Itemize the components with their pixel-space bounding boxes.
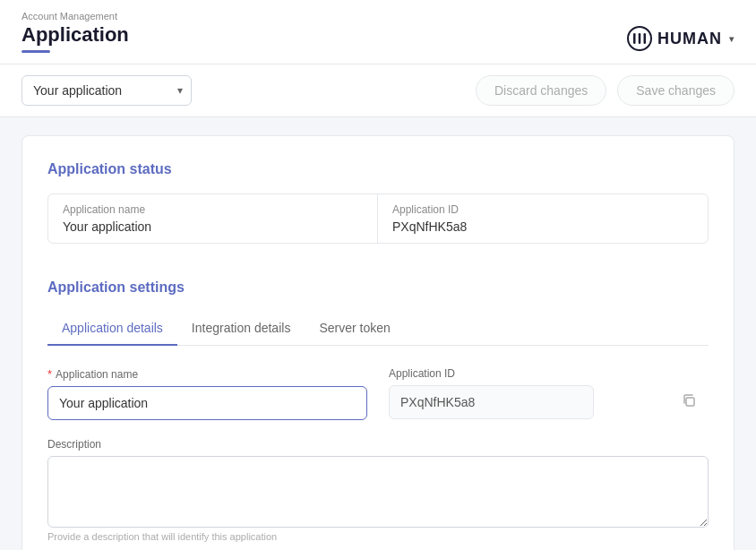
form-group-app-id: Application ID [389,367,709,420]
section-divider [47,262,709,279]
form-group-app-name: * Application name [47,367,367,420]
discard-changes-button[interactable]: Discard changes [476,75,606,106]
status-app-name-value: Your application [63,219,363,234]
logo-icon [627,26,652,51]
description-hint: Provide a description that will identify… [47,531,709,542]
application-settings-section: Application settings Application details… [47,262,709,542]
app-id-input-wrapper [389,385,709,419]
settings-tabs: Application details Integration details … [47,312,709,346]
status-table: Application name Your application Applic… [47,193,709,244]
svg-rect-1 [633,33,636,44]
app-name-label-text: Application name [56,368,138,381]
copy-app-id-button[interactable] [678,390,700,415]
tab-integration-details[interactable]: Integration details [177,312,305,346]
app-id-label: Application ID [389,367,709,380]
application-status-title: Application status [47,161,709,177]
application-settings-title: Application settings [47,279,709,296]
app-name-label: * Application name [47,367,367,381]
copy-icon [682,393,696,408]
status-app-id-value: PXqNfHK5a8 [392,219,693,234]
form-row-main: * Application name Application ID [47,367,709,420]
app-select-wrapper: Your application ▾ [21,75,192,106]
form-group-description: Description Provide a description that w… [47,438,709,542]
svg-rect-2 [639,33,641,44]
logo-text: HUMAN [657,30,722,48]
description-textarea[interactable] [47,456,709,528]
status-app-id-label: Application ID [392,203,693,216]
svg-rect-4 [686,398,694,406]
description-label: Description [47,438,709,451]
app-name-input[interactable] [47,386,367,420]
page-title: Application [21,23,129,53]
required-star: * [47,367,52,381]
app-select[interactable]: Your application [21,75,192,106]
application-status-card: Application status Application name Your… [21,135,735,550]
toolbar: Your application ▾ Discard changes Save … [0,64,756,117]
breadcrumb: Account Management [21,11,129,21]
app-id-input [389,385,594,419]
svg-rect-3 [644,33,647,44]
status-app-name-label: Application name [63,203,363,216]
logo-dropdown-icon[interactable]: ▾ [729,34,735,44]
status-app-id-cell: Application ID PXqNfHK5a8 [378,194,708,243]
logo: HUMAN ▾ [627,26,735,64]
main-content: Application status Application name Your… [0,117,756,550]
header-left: Account Management Application [21,11,129,64]
tab-server-token[interactable]: Server token [305,312,404,346]
save-changes-button[interactable]: Save changes [617,75,735,106]
header: Account Management Application HUMAN ▾ [0,0,756,64]
tab-application-details[interactable]: Application details [47,312,177,346]
status-app-name-cell: Application name Your application [48,194,378,243]
